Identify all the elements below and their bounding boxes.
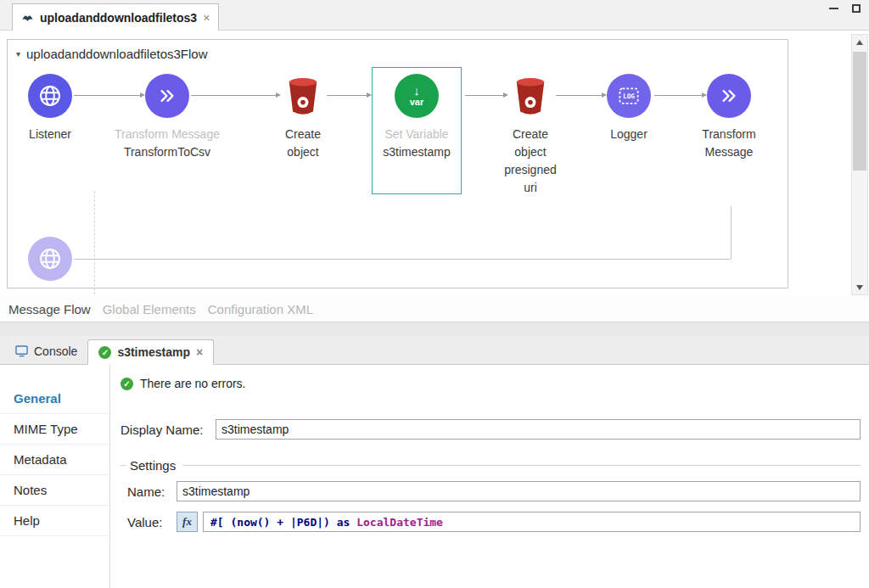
svg-text:LOG: LOG [623, 92, 635, 100]
expression-type: LocalDateTime [356, 516, 443, 529]
properties-sidebar: General MIME Type Metadata Notes Help [0, 365, 110, 588]
editor-tab-bar: uploadanddownloadfiletos3 × [0, 0, 869, 31]
flow-return-connector [731, 206, 732, 259]
flow-return-connector [74, 259, 731, 260]
flow-container[interactable]: ▾ uploadanddownloadfiletos3Flow [7, 39, 788, 288]
node-label: Create object [269, 126, 337, 161]
node-label: TransformToCsv [124, 143, 210, 161]
chevrons-icon [717, 84, 741, 108]
sidebar-item-metadata[interactable]: Metadata [0, 445, 109, 475]
flow-node-s3-presigned-uri[interactable]: Create object presigned uri [496, 74, 564, 197]
globe-icon [36, 82, 64, 109]
tab-s3timestamp-properties[interactable]: ✓ s3timestamp × [87, 339, 214, 365]
node-label: Logger [610, 126, 648, 143]
restore-icon[interactable] [852, 4, 861, 13]
properties-main: ✓ There are no errors. Display Name: Set… [110, 365, 869, 588]
settings-group-header: Settings [121, 458, 861, 473]
tab-s3timestamp-label: s3timestamp [117, 345, 190, 359]
tab-global-elements[interactable]: Global Elements [103, 302, 196, 316]
scrollbar-thumb[interactable] [853, 52, 866, 171]
scroll-up-icon[interactable] [852, 35, 867, 49]
name-row: Name: [127, 481, 861, 501]
node-label: s3timestamp [382, 143, 451, 161]
close-icon[interactable]: × [196, 346, 203, 358]
down-arrow-icon: ↓ [413, 84, 420, 97]
sidebar-item-general[interactable]: General [0, 384, 109, 414]
value-label: Value: [127, 515, 177, 529]
name-label: Name: [127, 484, 177, 499]
status-row: ✓ There are no errors. [121, 377, 861, 390]
flow-node-transform-to-csv[interactable]: Transform Message TransformToCsv [104, 74, 231, 161]
s3-bucket-icon[interactable] [281, 74, 325, 118]
log-badge-icon: LOG [616, 83, 642, 109]
window-controls [829, 4, 861, 13]
collapse-icon[interactable]: ▾ [16, 49, 20, 59]
properties-panel: General MIME Type Metadata Notes Help ✓ … [0, 365, 869, 588]
node-label: Transform Message [690, 126, 768, 161]
transform-message-icon[interactable] [707, 74, 751, 118]
sidebar-item-notes[interactable]: Notes [0, 475, 109, 506]
s3-bucket-icon[interactable] [508, 74, 552, 118]
minimize-icon[interactable] [829, 8, 838, 9]
panel-splitter[interactable] [0, 322, 869, 336]
canvas-vertical-scrollbar[interactable] [851, 34, 868, 295]
tab-console-label: Console [34, 344, 77, 358]
status-text: There are no errors. [140, 377, 246, 390]
check-icon: ✓ [98, 346, 111, 359]
flow-node-ghost-listener[interactable] [28, 237, 72, 281]
bottom-panel-tab-bar: Console ✓ s3timestamp × [0, 336, 869, 365]
flow-node-s3-create-object[interactable]: Create object [269, 74, 337, 161]
var-icon-text: var [410, 97, 424, 108]
canvas-view-tabs: Message Flow Global Elements Configurati… [0, 297, 869, 322]
transform-message-icon[interactable] [145, 74, 189, 118]
console-icon [15, 345, 28, 357]
scroll-down-icon[interactable] [852, 280, 867, 294]
close-icon[interactable]: × [203, 12, 210, 24]
fx-expression-button[interactable]: fx [177, 512, 198, 532]
editor-tab-title: uploadanddownloadfiletos3 [40, 11, 197, 25]
flow-node-logger[interactable]: LOG Logger [595, 74, 663, 143]
flow-node-set-variable-selected[interactable]: ↓ var Set Variable s3timestamp [372, 67, 462, 194]
value-expression-input[interactable]: #[ (now() + |P6D|) as LocalDateTime [203, 512, 861, 532]
display-name-input[interactable] [216, 419, 861, 440]
globe-icon-faded [28, 237, 72, 281]
flow-node-transform-message[interactable]: Transform Message [690, 74, 768, 161]
flow-title: uploadanddownloadfiletos3Flow [26, 47, 208, 61]
set-variable-icon[interactable]: ↓ var [395, 74, 439, 118]
name-input[interactable] [177, 481, 861, 501]
tab-configuration-xml[interactable]: Configuration XML [208, 302, 313, 316]
sidebar-item-mime-type[interactable]: MIME Type [0, 414, 109, 445]
check-icon: ✓ [121, 378, 133, 390]
logger-icon[interactable]: LOG [607, 74, 651, 118]
tab-message-flow[interactable]: Message Flow [8, 302, 91, 316]
sidebar-item-help[interactable]: Help [0, 506, 109, 536]
expression-code: #[ (now() + |P6D|) as [210, 516, 356, 529]
http-listener-icon[interactable] [28, 74, 72, 118]
node-type-label: Transform Message [115, 126, 220, 143]
node-label: Create object presigned uri [496, 126, 564, 197]
node-type-label: Set Variable [384, 126, 448, 143]
value-row: Value: fx #[ (now() + |P6D|) as LocalDat… [127, 512, 861, 532]
display-name-label: Display Name: [121, 423, 216, 437]
flow-title-row[interactable]: ▾ uploadanddownloadfiletos3Flow [16, 47, 208, 61]
flow-guide-line [94, 191, 95, 294]
display-name-row: Display Name: [121, 419, 861, 440]
settings-label: Settings [130, 458, 176, 473]
tab-console[interactable]: Console [5, 339, 87, 364]
mule-icon [21, 11, 34, 24]
editor-tab-uploadanddownloadfiletos3[interactable]: uploadanddownloadfiletos3 × [12, 3, 219, 31]
flow-node-listener[interactable]: Listener [16, 74, 84, 143]
anypoint-studio-window: uploadanddownloadfiletos3 × ▾ uploadandd… [0, 0, 869, 588]
flow-canvas[interactable]: ▾ uploadanddownloadfiletos3Flow [0, 31, 869, 297]
chevrons-icon [155, 84, 179, 108]
node-label: Listener [29, 126, 71, 143]
